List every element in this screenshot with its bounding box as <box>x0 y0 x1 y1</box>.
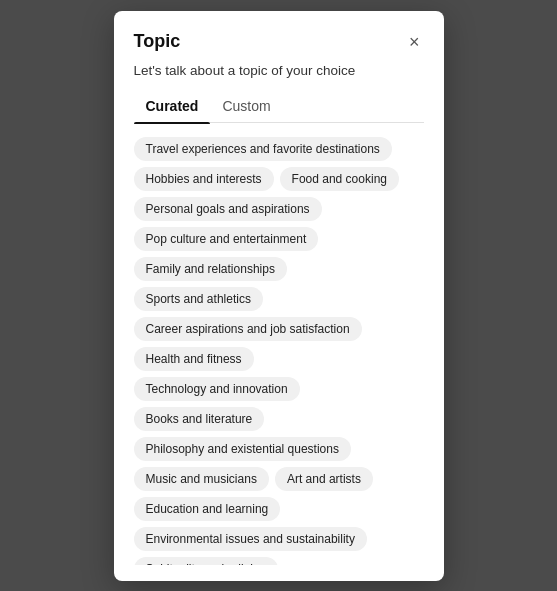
tag-item[interactable]: Sports and athletics <box>134 287 263 311</box>
tabs: Curated Custom <box>134 92 424 123</box>
tag-item[interactable]: Health and fitness <box>134 347 254 371</box>
tag-item[interactable]: Career aspirations and job satisfaction <box>134 317 362 341</box>
tag-item[interactable]: Environmental issues and sustainability <box>134 527 367 551</box>
modal-header: Topic × <box>134 31 424 53</box>
tag-item[interactable]: Education and learning <box>134 497 281 521</box>
modal-title: Topic <box>134 31 181 52</box>
tag-item[interactable]: Food and cooking <box>280 167 399 191</box>
tags-container: Travel experiences and favorite destinat… <box>134 137 424 565</box>
tag-item[interactable]: Music and musicians <box>134 467 269 491</box>
tag-item[interactable]: Philosophy and existential questions <box>134 437 351 461</box>
close-button[interactable]: × <box>405 31 424 53</box>
tab-custom[interactable]: Custom <box>210 92 282 122</box>
tag-item[interactable]: Hobbies and interests <box>134 167 274 191</box>
tag-item[interactable]: Personal goals and aspirations <box>134 197 322 221</box>
tag-item[interactable]: Technology and innovation <box>134 377 300 401</box>
tag-item[interactable]: Books and literature <box>134 407 265 431</box>
tag-item[interactable]: Spirituality and religion <box>134 557 279 565</box>
topic-modal: Topic × Let's talk about a topic of your… <box>114 11 444 581</box>
tag-item[interactable]: Art and artists <box>275 467 373 491</box>
tag-item[interactable]: Family and relationships <box>134 257 287 281</box>
tag-item[interactable]: Pop culture and entertainment <box>134 227 319 251</box>
tab-curated[interactable]: Curated <box>134 92 211 122</box>
tag-item[interactable]: Travel experiences and favorite destinat… <box>134 137 392 161</box>
modal-subtitle: Let's talk about a topic of your choice <box>134 63 424 78</box>
